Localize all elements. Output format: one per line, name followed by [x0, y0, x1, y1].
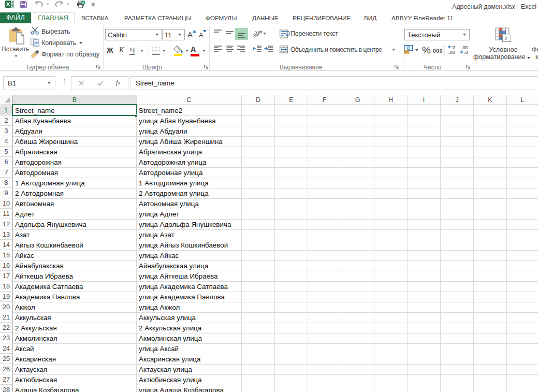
svg-text:≠: ≠ — [504, 35, 507, 41]
svg-text:,00: ,00 — [448, 49, 455, 54]
